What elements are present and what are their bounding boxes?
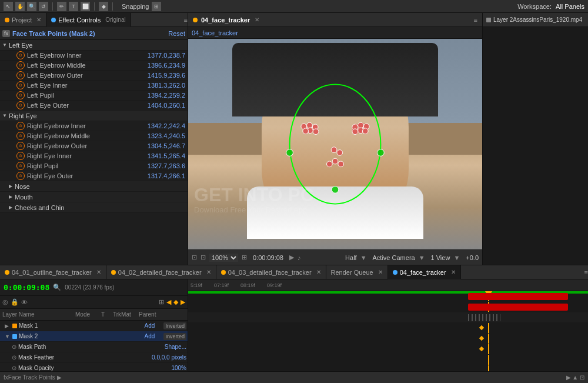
comp-panel-menu[interactable]: ≡ <box>474 16 477 24</box>
tab-render-queue[interactable]: Render Queue ✕ <box>326 265 388 279</box>
workspace-label: Workspace: All Panels <box>517 3 584 10</box>
layer-mask1[interactable]: ▶ Mask 1 Add Inverted <box>0 321 188 331</box>
tab-04-03[interactable]: 04_03_detailed_face_tracker ✕ <box>216 265 326 279</box>
comp-tab-close[interactable]: ✕ <box>255 16 259 23</box>
layer-mask-opacity[interactable]: ⊙ Mask Opacity 100% <box>0 363 188 371</box>
keyframe-nav-next[interactable]: ▶ <box>181 298 185 306</box>
hand-tool-icon[interactable]: ✋ <box>15 2 25 11</box>
layer-mask-feather[interactable]: ⊙ Mask Feather 0.0,0.0 pixels <box>0 352 188 363</box>
rotate-tool-icon[interactable]: ↺ <box>39 2 48 11</box>
left-eye-inner[interactable]: ⊙ Left Eye Inner 1381.3,262.0 <box>0 81 188 91</box>
left-eyebrow-outer[interactable]: ⊙ Left Eyebrow Outer 1415.9,239.6 <box>0 71 188 81</box>
center-panel: 04_face_tracker ✕ ≡ 04_face_tracker <box>188 13 482 265</box>
right-eyebrow-outer[interactable]: ⊙ Right Eyebrow Outer 1304.5,246.7 <box>0 141 188 151</box>
svg-point-19 <box>286 149 293 156</box>
views-label: 1 View <box>431 254 450 261</box>
watermark-area: GET INTO PC Download Free Your Desired A… <box>194 185 314 214</box>
left-panel: Project ✕ Effect Controls Original ≡ fx … <box>0 13 188 265</box>
mask-opacity-value[interactable]: 100% <box>171 365 186 371</box>
feather-icon: ⊙ <box>12 354 16 361</box>
mask-path-value[interactable]: Shape... <box>165 344 186 350</box>
stopwatch-icon-6: ⊙ <box>16 122 25 130</box>
mask1-expand[interactable]: ▶ <box>5 323 11 329</box>
svg-point-15 <box>332 158 338 164</box>
layer-mask2[interactable]: ▼ Mask 2 Add Inverted <box>0 331 188 342</box>
lock-icon[interactable]: 🔒 <box>11 298 19 306</box>
tab-project[interactable]: Project ✕ <box>0 13 46 27</box>
zoom-tool-icon[interactable]: 🔍 <box>27 2 36 11</box>
track-effects <box>188 355 588 365</box>
left-pupil[interactable]: ⊙ Left Pupil 1394.2,259.2 <box>0 91 188 101</box>
tab-04-face[interactable]: 04_face_tracker ✕ <box>388 265 461 279</box>
left-eyebrow-middle[interactable]: ⊙ Left Eyebrow Middle 1396.6,234.9 <box>0 61 188 71</box>
panel-menu-icon[interactable]: ≡ <box>184 16 188 24</box>
snapping-toggle[interactable]: ⊞ <box>152 2 161 11</box>
keyframe-nav-prev[interactable]: ◀ <box>166 298 171 306</box>
mask2-color <box>12 334 17 339</box>
select-tool-icon[interactable]: ↖ <box>4 2 13 11</box>
expand-all-icon[interactable]: ⊞ <box>159 298 164 306</box>
shy-icon[interactable]: 👁 <box>21 299 28 306</box>
svg-point-16 <box>326 161 332 167</box>
mask-feather-value[interactable]: 0.0,0.0 pixels <box>152 354 186 361</box>
tab-04-01[interactable]: 04_01_outline_face_tracker ✕ <box>0 265 106 279</box>
tab-close-03[interactable]: ✕ <box>316 269 321 275</box>
section-right-eye[interactable]: Right Eye <box>0 111 188 121</box>
svg-point-17 <box>338 161 344 167</box>
stopwatch-icon-0: ⊙ <box>16 51 25 59</box>
viewer-icon-1[interactable]: ⊡ <box>192 254 197 261</box>
right-eyebrow-inner[interactable]: ⊙ Right Eyebrow Inner 1342.2,242.4 <box>0 121 188 131</box>
fit-icon[interactable]: ⊞ <box>242 254 247 261</box>
pen-tool-icon[interactable]: ✏ <box>57 2 66 11</box>
zoom-select[interactable]: 100% 50% 200% <box>209 254 238 262</box>
svg-point-13 <box>331 147 337 153</box>
keyframe-add[interactable]: ◆ <box>173 298 178 306</box>
right-eye-outer[interactable]: ⊙ Right Eye Outer 1317.4,266.1 <box>0 171 188 181</box>
right-pupil[interactable]: ⊙ Right Pupil 1327.7,263.6 <box>0 161 188 171</box>
quality-select[interactable]: Half <box>345 254 357 261</box>
tab-04-02[interactable]: 04_02_detailed_face_tracker ✕ <box>106 265 216 279</box>
mask2-expand[interactable]: ▼ <box>5 334 11 339</box>
composition-tab[interactable]: 04_face_tracker <box>201 16 250 24</box>
viewer-area[interactable]: GET INTO PC Download Free Your Desired A… <box>188 39 482 249</box>
text-tool-icon[interactable]: T <box>69 2 78 11</box>
ruler-mark-0: 5:19f <box>191 282 202 288</box>
watermark-line1: GET INTO PC <box>194 185 314 205</box>
left-eyebrow-inner[interactable]: ⊙ Left Eyebrow Inner 1377.0,238.7 <box>0 51 188 61</box>
playback-icon[interactable]: ▶ <box>289 254 294 261</box>
audio-icon[interactable]: ♪ <box>298 254 301 261</box>
quality-dropdown[interactable]: ▼ <box>360 254 367 261</box>
project-tab-close[interactable]: ✕ <box>36 16 41 23</box>
tab-close-rq[interactable]: ✕ <box>378 269 383 275</box>
time-code-display[interactable]: 0:00:09:08 <box>4 283 49 292</box>
stopwatch-icon-7: ⊙ <box>16 132 25 140</box>
layer-mask-path[interactable]: ⊙ Mask Path Shape... <box>0 342 188 352</box>
right-eyebrow-middle[interactable]: ⊙ Right Eyebrow Middle 1323.4,240.5 <box>0 131 188 141</box>
svg-point-10 <box>313 129 319 135</box>
solo-icon[interactable]: ◎ <box>2 298 8 306</box>
tab-close-02[interactable]: ✕ <box>206 269 211 275</box>
timeline-tabs: 04_01_outline_face_tracker ✕ 04_02_detai… <box>0 265 588 279</box>
stopwatch-icon-11: ⊙ <box>16 172 25 180</box>
tab-effect-controls[interactable]: Effect Controls Original <box>46 13 131 27</box>
views-dropdown[interactable]: ▼ <box>453 254 460 261</box>
timeline-track-area: 5:19f 07:19f 08:19f 09:19f <box>188 279 588 371</box>
shape-tool-icon[interactable]: ⬜ <box>81 2 90 11</box>
reset-button[interactable]: Reset <box>168 30 185 37</box>
tab-close-01[interactable]: ✕ <box>96 269 101 275</box>
viewer-icon-2[interactable]: ⊡ <box>201 254 206 261</box>
left-eye-outer[interactable]: ⊙ Left Eye Outer 1404.0,260.1 <box>0 101 188 111</box>
timeline-panel-menu[interactable]: ≡ <box>584 269 588 276</box>
camera-label: Active Camera <box>373 254 415 261</box>
timeline-content: 0:00:09:08 🔍 00224 (23.976 fps) ◎ 🔒 👁 ⊞ … <box>0 279 588 371</box>
timeline-layers-list: ▶ Mask 1 Add Inverted ▼ Mask 2 Add Inver… <box>0 321 188 371</box>
tab-close-face[interactable]: ✕ <box>451 269 456 275</box>
right-eye-inner[interactable]: ⊙ Right Eye Inner 1341.5,265.4 <box>0 151 188 161</box>
camera-dropdown[interactable]: ▼ <box>419 254 425 261</box>
section-cheeks[interactable]: Cheeks and Chin <box>0 202 188 213</box>
section-left-eye[interactable]: Left Eye <box>0 40 188 51</box>
section-nose[interactable]: Nose <box>0 181 188 192</box>
puppet-tool-icon[interactable]: ◆ <box>99 2 108 11</box>
search-icon[interactable]: 🔍 <box>53 284 61 291</box>
section-mouth[interactable]: Mouth <box>0 192 188 202</box>
